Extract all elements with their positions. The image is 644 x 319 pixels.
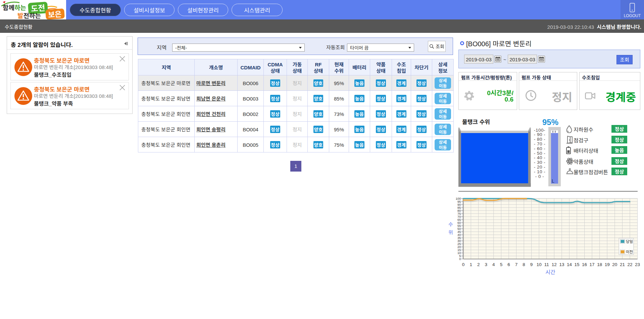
svg-text:100: 100 (456, 197, 461, 200)
svg-text:발전하는: 발전하는 (17, 11, 41, 19)
svg-text:16: 16 (582, 262, 587, 267)
svg-text:5: 5 (500, 262, 503, 267)
svg-text:8: 8 (523, 262, 525, 267)
svg-text:9: 9 (530, 262, 533, 267)
svg-text:함께하는: 함께하는 (3, 3, 26, 12)
svg-text:0: 0 (462, 262, 465, 267)
svg-text:7: 7 (515, 262, 518, 267)
svg-text:1: 1 (469, 262, 472, 267)
svg-text:21: 21 (620, 262, 625, 267)
svg-text:3: 3 (485, 262, 488, 267)
svg-text:당일: 당일 (626, 239, 633, 244)
svg-text:17: 17 (590, 262, 595, 267)
svg-text:수: 수 (448, 220, 453, 228)
svg-text:11: 11 (544, 262, 549, 267)
svg-text:6: 6 (507, 262, 510, 267)
svg-text:14: 14 (567, 262, 572, 267)
svg-text:2: 2 (477, 262, 480, 267)
svg-text:10: 10 (537, 262, 542, 267)
svg-text:이전: 이전 (626, 249, 633, 254)
svg-text:12: 12 (552, 262, 557, 267)
svg-text:4: 4 (492, 262, 495, 267)
svg-text:13: 13 (559, 262, 564, 267)
svg-text:시간: 시간 (545, 268, 555, 276)
svg-text:18: 18 (597, 262, 602, 267)
svg-text:보은: 보은 (48, 8, 62, 19)
svg-text:20: 20 (612, 262, 617, 267)
svg-text:위: 위 (448, 229, 453, 236)
svg-text:23: 23 (635, 262, 640, 267)
svg-text:19: 19 (605, 262, 610, 267)
svg-text:22: 22 (627, 262, 632, 267)
svg-text:15: 15 (574, 262, 579, 267)
